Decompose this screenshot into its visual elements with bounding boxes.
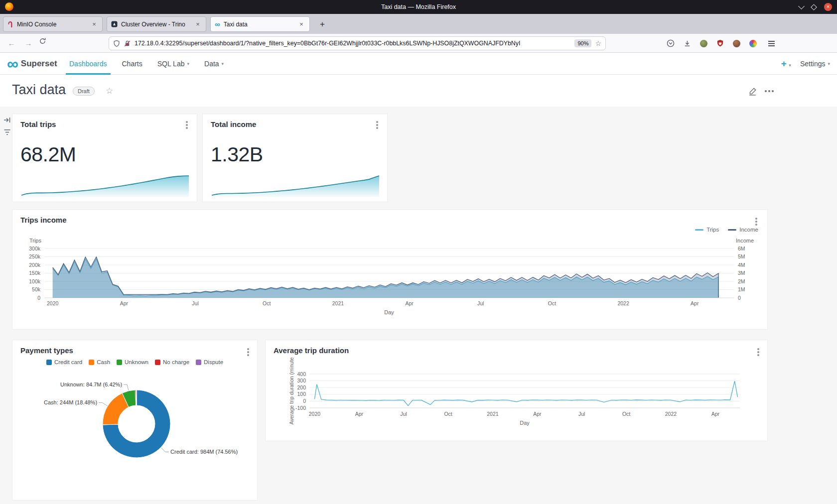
expand-panel-icon bbox=[3, 116, 11, 124]
window-maximize-icon[interactable] bbox=[811, 4, 817, 10]
extension-ublock-button[interactable] bbox=[714, 38, 725, 48]
tab-close-icon[interactable]: × bbox=[297, 20, 305, 28]
chart-options-button[interactable] bbox=[753, 347, 763, 357]
svg-text:3M: 3M bbox=[738, 270, 745, 276]
nav-item-sql-lab[interactable]: SQL Lab▾ bbox=[150, 53, 197, 75]
bookmark-star-icon[interactable]: ☆ bbox=[595, 39, 601, 47]
forward-button[interactable]: → bbox=[22, 37, 35, 49]
tab-minio-console[interactable]: MinIO Console × bbox=[3, 16, 103, 32]
expand-filter-bar-button[interactable] bbox=[1, 115, 12, 126]
firefox-window: Taxi data — Mozilla Firefox × MinIO Cons… bbox=[0, 0, 837, 504]
nav-item-data[interactable]: Data▾ bbox=[197, 53, 231, 75]
window-controls: × bbox=[799, 0, 832, 14]
nav-item-dashboards[interactable]: Dashboards bbox=[62, 53, 115, 75]
firefox-logo-icon bbox=[5, 2, 13, 11]
avatar bbox=[733, 40, 740, 47]
zoom-level-badge[interactable]: 90% bbox=[574, 39, 591, 47]
legend-label: Trips bbox=[706, 227, 719, 233]
svg-text:Credit card: 984M (74.56%): Credit card: 984M (74.56%) bbox=[170, 449, 238, 455]
pencil-icon bbox=[748, 87, 757, 96]
chart-options-button[interactable] bbox=[751, 217, 761, 227]
chart-options-button[interactable] bbox=[243, 347, 253, 357]
legend-label: Cash bbox=[97, 359, 110, 365]
kebab-icon bbox=[376, 124, 378, 126]
edit-dashboard-button[interactable] bbox=[746, 86, 758, 97]
window-title: Taxi data — Mozilla Firefox bbox=[0, 3, 837, 10]
total-trips-sparkline bbox=[20, 172, 190, 198]
new-tab-button[interactable]: + bbox=[316, 18, 329, 31]
reload-button[interactable] bbox=[39, 37, 52, 49]
svg-text:Apr: Apr bbox=[711, 411, 720, 417]
legend-item-no-charge[interactable]: No charge bbox=[155, 359, 189, 365]
chevron-down-icon: ▾ bbox=[187, 61, 189, 66]
superset-logo[interactable]: ∞ Superset bbox=[7, 53, 57, 75]
tab-cluster-overview-trino[interactable]: Cluster Overview - Trino × bbox=[107, 16, 206, 32]
legend-item-dispute[interactable]: Dispute bbox=[196, 359, 223, 365]
menu-button[interactable] bbox=[766, 38, 777, 48]
svg-text:150k: 150k bbox=[29, 270, 41, 276]
nav-label: Charts bbox=[122, 60, 142, 68]
insecure-lock-icon[interactable] bbox=[124, 40, 131, 47]
svg-text:400: 400 bbox=[297, 371, 306, 377]
tab-taxi-data[interactable]: ∞ Taxi data × bbox=[210, 16, 310, 32]
pocket-icon bbox=[667, 39, 675, 47]
legend-item-trips[interactable]: Trips bbox=[695, 227, 719, 233]
account-avatar-button[interactable] bbox=[731, 38, 742, 48]
filter-funnel-icon bbox=[3, 129, 11, 135]
chart-legend: Trips Income bbox=[695, 227, 758, 233]
chart-options-button[interactable] bbox=[372, 120, 382, 130]
tracking-protection-shield-icon[interactable] bbox=[113, 40, 120, 47]
settings-menu[interactable]: Settings▾ bbox=[800, 53, 830, 75]
nav-item-charts[interactable]: Charts bbox=[115, 53, 150, 75]
hamburger-icon bbox=[768, 40, 775, 47]
legend-swatch bbox=[728, 229, 736, 231]
window-minimize-icon[interactable] bbox=[798, 3, 805, 9]
url-text[interactable]: 172.18.0.4:32295/superset/dashboard/1/?n… bbox=[135, 40, 571, 47]
chart-title: Trips income bbox=[20, 216, 67, 224]
total-income-sparkline bbox=[211, 172, 380, 198]
extension-privacy-button[interactable] bbox=[698, 38, 709, 48]
chart-title: Average trip duration bbox=[274, 346, 349, 355]
kebab-icon bbox=[247, 351, 249, 353]
svg-text:Jul: Jul bbox=[192, 300, 198, 306]
add-new-button[interactable]: + ▾ bbox=[781, 58, 791, 69]
svg-text:2021: 2021 bbox=[332, 300, 344, 306]
svg-text:Jul: Jul bbox=[477, 300, 484, 306]
legend-item-unknown[interactable]: Unknown bbox=[117, 359, 148, 365]
svg-text:2020: 2020 bbox=[47, 300, 59, 306]
legend-item-income[interactable]: Income bbox=[728, 227, 758, 233]
superset-brand-text: Superset bbox=[21, 59, 57, 69]
svg-text:100: 100 bbox=[297, 391, 306, 397]
legend-item-cash[interactable]: Cash bbox=[89, 359, 110, 365]
chart-options-button[interactable] bbox=[182, 120, 192, 130]
svg-text:50k: 50k bbox=[32, 286, 41, 292]
legend-label: Dispute bbox=[204, 359, 223, 365]
big-number-value: 1.32B bbox=[211, 143, 263, 166]
window-titlebar: Taxi data — Mozilla Firefox × bbox=[0, 0, 837, 14]
legend-swatch bbox=[46, 360, 52, 365]
pocket-save-button[interactable] bbox=[665, 38, 676, 48]
svg-text:Day: Day bbox=[384, 309, 394, 315]
url-bar[interactable]: 172.18.0.4:32295/superset/dashboard/1/?n… bbox=[109, 36, 606, 50]
favorite-star-icon[interactable]: ☆ bbox=[106, 86, 113, 96]
chevron-down-icon: ▾ bbox=[828, 61, 830, 66]
extension-green-icon bbox=[700, 40, 707, 47]
superset-favicon: ∞ bbox=[215, 21, 220, 27]
tab-close-icon[interactable]: × bbox=[194, 20, 202, 28]
svg-text:2022: 2022 bbox=[665, 411, 677, 417]
chart-card-total-trips: Total trips 68.2M bbox=[12, 114, 197, 202]
legend-item-credit-card[interactable]: Credit card bbox=[46, 359, 82, 365]
chevron-down-icon: ▾ bbox=[789, 63, 791, 68]
extension-colorful-button[interactable] bbox=[747, 38, 758, 48]
filters-button[interactable] bbox=[1, 126, 12, 137]
svg-text:Income: Income bbox=[736, 238, 754, 244]
svg-text:Unknown: 84.7M (6.42%): Unknown: 84.7M (6.42%) bbox=[60, 381, 122, 387]
downloads-button[interactable] bbox=[682, 38, 693, 48]
tab-close-icon[interactable]: × bbox=[90, 20, 98, 28]
back-button[interactable]: ← bbox=[5, 37, 18, 49]
kebab-icon bbox=[186, 124, 188, 126]
dashboard-more-menu[interactable] bbox=[763, 86, 775, 97]
window-close-icon[interactable]: × bbox=[824, 3, 832, 11]
svg-text:Trips: Trips bbox=[29, 238, 42, 244]
svg-text:300: 300 bbox=[297, 378, 306, 383]
